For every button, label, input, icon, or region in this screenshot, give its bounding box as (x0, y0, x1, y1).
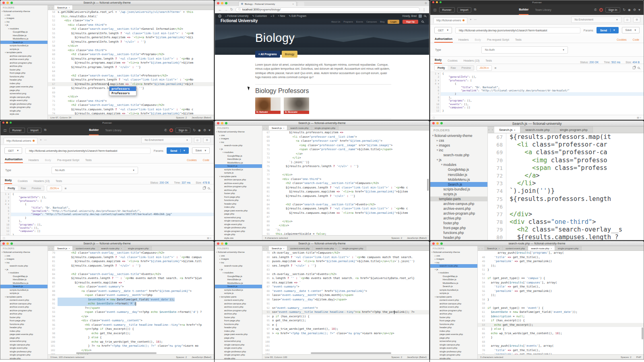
sign-in-button[interactable]: Sign In (175, 128, 191, 133)
tree-item-footer.php[interactable]: footer.php (0, 68, 47, 72)
heart-icon[interactable]: ♥ (638, 8, 640, 12)
open-request-tab[interactable]: http://fictional-univers (4, 138, 37, 144)
tree-item-js[interactable]: ▾js (215, 147, 262, 151)
tree-item-page-past-events.php[interactable]: page-past-events.php (430, 333, 477, 336)
search-response-icon[interactable] (208, 187, 210, 189)
tree-item-scripts.js[interactable]: scripts.js (430, 292, 477, 295)
tree-item-page-past-events.php[interactable]: page-past-events.php (215, 333, 262, 336)
tree-item-GoogleMap.js[interactable]: GoogleMap.js (430, 167, 487, 172)
editor-tab-Search.js[interactable]: Search.js• (54, 246, 73, 250)
site-info-icon[interactable]: ⓘ (238, 8, 241, 11)
minimize-icon[interactable] (436, 1, 438, 3)
tree-item-HeroSlider.js[interactable]: HeroSlider.js (430, 172, 487, 177)
admin-customize-link[interactable]: ✎ Customize (252, 14, 267, 17)
tree-item-HeroSlider.js[interactable]: HeroSlider.js (215, 157, 262, 161)
method-select[interactable]: GET▾ (4, 147, 22, 154)
forward-icon[interactable]: → (224, 8, 228, 12)
view-toggle-Pretty[interactable]: Pretty (435, 66, 448, 70)
current-program-button[interactable]: Biology (282, 51, 298, 58)
tree-item-single-campus.php[interactable]: single-campus.php (215, 219, 262, 223)
copy-icon[interactable] (203, 187, 205, 190)
vertical-scrollbar[interactable] (642, 327, 643, 339)
new-window-icon[interactable]: ⧉ (474, 8, 476, 12)
tree-item-single-event.php[interactable]: single-event.php (0, 99, 47, 102)
response-tab-Body[interactable]: Body (434, 57, 442, 64)
horizontal-scrollbar[interactable] (76, 352, 157, 354)
request-tab-Pre-request Script[interactable]: Pre-request Script (487, 37, 510, 43)
tree-item-header.php[interactable]: header.php (0, 78, 47, 82)
tree-item-images[interactable]: ▸images (430, 257, 477, 261)
window-titlebar[interactable]: Search.js — fictional-university-theme (0, 0, 214, 5)
autocomplete-item[interactable]: professors (109, 87, 136, 91)
tree-item-images[interactable]: ▸images (215, 257, 262, 261)
tree-item-template-parts[interactable]: ▾template-parts (215, 175, 262, 178)
response-body[interactable]: 1 ▾{2 "generalInfo": [],3 ▾ "professors"… (0, 192, 214, 235)
tree-item-search-route.php[interactable]: search-route.php (0, 264, 47, 268)
editor-tab-Search.js[interactable]: Search.js• (494, 126, 520, 133)
tree-item-screenshot.png[interactable]: screenshot.png (215, 216, 262, 219)
tree-item-index.php[interactable]: index.php (215, 205, 262, 209)
tree-item-search-route.php[interactable]: search-route.php (215, 144, 262, 147)
admin-edit-program-link[interactable]: ✎ Edit Program (289, 14, 306, 17)
window-overflow-icon[interactable]: ⊙ (425, 2, 427, 5)
tree-item-page.php[interactable]: page.php (215, 212, 262, 216)
minimize-icon[interactable] (436, 242, 439, 245)
sync-record-icon[interactable] (599, 8, 603, 12)
close-icon[interactable] (2, 242, 5, 245)
tree-item-css[interactable]: ▸css (215, 134, 262, 137)
tree-item-single-event.php[interactable]: single-event.php (0, 346, 47, 350)
tree-item-page-past-events.php[interactable]: page-past-events.php (0, 85, 47, 89)
view-toggle-Preview[interactable]: Preview (29, 186, 43, 190)
tree-item-single-professor.php[interactable]: single-professor.php (430, 350, 477, 354)
tree-item-page.php[interactable]: page.php (430, 336, 477, 340)
team-library-tab[interactable]: Team Library (105, 129, 121, 132)
tree-item-fictional-university-theme[interactable]: ▾fictional-university-theme (430, 250, 477, 254)
sidebar-toggle-icon[interactable]: ◫ (4, 128, 7, 132)
new-window-icon[interactable]: ⧉ (44, 128, 46, 132)
code-area[interactable]: 79ch-overlay__section-title">Campuses</h… (262, 251, 429, 354)
tree-item-single-program.php[interactable]: single-program.php (0, 353, 47, 357)
new-tab-button[interactable] (298, 2, 304, 6)
editor-tab-content-event.php[interactable]: content-event.php (503, 246, 528, 250)
tree-item-footer.php[interactable]: footer.php (215, 316, 262, 319)
response-tab-Cookies[interactable]: Cookies (447, 58, 458, 64)
tree-item-css[interactable]: ▸css (430, 138, 487, 143)
tree-item-scripts-bundled.js[interactable]: scripts-bundled.js (0, 288, 47, 292)
sync-icon[interactable]: ↻ (623, 8, 625, 12)
tree-item-front-page.php[interactable]: front-page.php (215, 195, 262, 199)
editor-tab-Search.js[interactable]: Search.js• (269, 126, 287, 130)
tree-item-header.php[interactable]: header.php (215, 326, 262, 329)
window-titlebar[interactable]: Postman (0, 121, 214, 125)
zoom-icon[interactable] (440, 242, 443, 245)
tree-item-scripts-bundled.js[interactable]: scripts-bundled.js (215, 288, 262, 292)
team-library-tab[interactable]: Team Library (535, 8, 551, 11)
editor-tab-Search.js[interactable]: Search.js• (54, 5, 73, 10)
editor-tab-single-program.php[interactable]: single-program.php (312, 126, 339, 130)
tree-item-header.php[interactable]: header.php (0, 326, 47, 329)
tree-item-index.php[interactable]: index.php (215, 329, 262, 333)
tree-item-archive-event.php[interactable]: archive-event.php (0, 305, 47, 309)
tree-item-single-professor.php[interactable]: single-professor.php (215, 350, 262, 354)
tree-item-template-parts[interactable]: ▾template-parts (0, 295, 47, 299)
editor-tab-content-event.php[interactable]: content-event.php (73, 246, 98, 250)
editor-tab-single-program.php[interactable]: single-program.php (555, 246, 582, 250)
cookies-link[interactable]: Cookies (616, 37, 627, 43)
window-titlebar[interactable]: search-route.php — fictional-university-… (430, 241, 644, 246)
tree-item-HeroSlider.js[interactable]: HeroSlider.js (0, 278, 47, 281)
response-format-select[interactable]: JSON ▾ (477, 65, 492, 71)
tree-item-modules[interactable]: ▾modules (215, 271, 262, 275)
tree-item-single-event.php[interactable]: single-event.php (430, 346, 477, 350)
nav-programs[interactable]: Programs (343, 21, 353, 23)
method-select[interactable]: GET▾ (434, 27, 452, 33)
settings-icon[interactable]: ⚙ (633, 8, 636, 12)
auth-type-select[interactable]: No Auth▾ (481, 46, 568, 54)
autocomplete-item[interactable]: Professors (109, 91, 136, 95)
tree-item-page.php[interactable]: page.php (215, 336, 262, 340)
settings-icon[interactable]: ⚙ (203, 128, 206, 132)
footer-help-icon[interactable]: ⌗ (210, 237, 211, 239)
admin-new-link[interactable]: + New (278, 14, 285, 17)
tree-item-GoogleMap.js[interactable]: GoogleMap.js (0, 275, 47, 278)
notifications-icon[interactable]: ◉ (198, 128, 201, 132)
heart-icon[interactable]: ♥ (208, 128, 211, 132)
tree-item-single.php[interactable]: single.php (0, 109, 47, 113)
